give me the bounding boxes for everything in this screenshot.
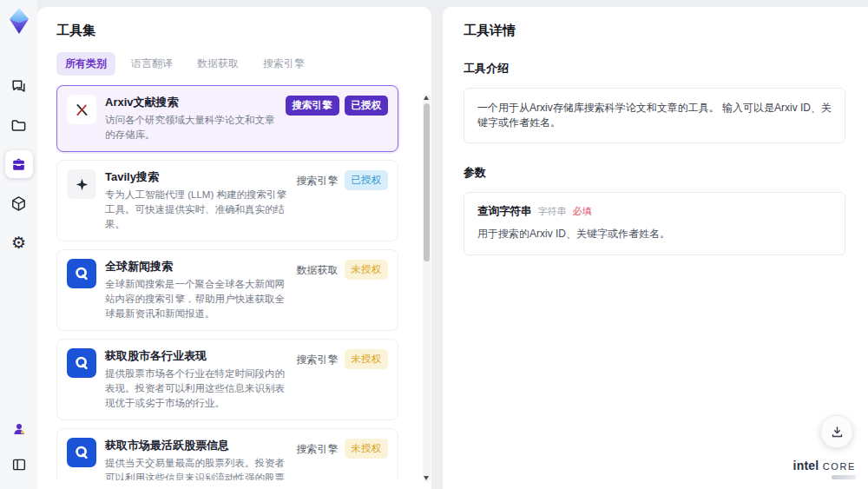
tool-card-2[interactable]: 全球新闻搜索 全球新闻搜索是一个聚合全球各大新闻网站内容的搜索引擎，帮助用户快速… (56, 249, 398, 331)
tool-description: 提供当天交易量最高的股票列表。投资者可以利用这些信息来识别流动性强的股票和潜在的… (105, 456, 293, 480)
user-avatar[interactable] (5, 415, 33, 443)
download-button[interactable] (820, 415, 853, 448)
sparkle-icon (67, 169, 96, 199)
collapse-panel-icon[interactable] (5, 451, 33, 479)
tool-title: Tavily搜索 (105, 169, 293, 184)
tab-1[interactable]: 语言翻译 (122, 52, 181, 76)
sidebar-nav: ⚙ (5, 72, 33, 256)
param-type: 字符串 (538, 205, 567, 218)
tool-category-badge: 搜索引擎 (296, 170, 339, 192)
tool-title: 全球新闻搜索 (105, 259, 293, 274)
scrollbar-thumb[interactable] (424, 103, 430, 261)
intro-heading: 工具介绍 (464, 61, 845, 76)
folder-icon[interactable] (5, 111, 33, 139)
tool-auth-badge: 未授权 (345, 349, 389, 369)
intel-core-logo: intel CORE (793, 458, 856, 479)
arxiv-icon (67, 95, 96, 124)
tool-card-1[interactable]: Tavily搜索 专为人工智能代理 (LLM) 构建的搜索引擎工具。可快速提供实… (56, 160, 398, 241)
tool-detail-panel: 工具详情 工具介绍 一个用于从Arxiv存储库搜索科学论文和文章的工具。 输入可… (443, 7, 868, 489)
tool-description: 访问各个研究领域大量科学论文和文章的存储库。 (105, 113, 282, 142)
tool-title: 获取股市各行业表现 (105, 348, 293, 363)
tab-3[interactable]: 搜索引擎 (254, 52, 313, 76)
package-icon[interactable] (5, 189, 33, 217)
tool-category-badge: 搜索引擎 (286, 96, 339, 116)
tool-title: Arxiv文献搜索 (105, 95, 282, 109)
tool-category-badge: 数据获取 (296, 260, 339, 281)
icon-sidebar: ⚙ (0, 0, 37, 489)
tool-auth-badge: 未授权 (345, 439, 389, 459)
q-news-icon (67, 348, 96, 378)
category-tabs: 所有类别语言翻译数据获取搜索引擎 (56, 52, 414, 76)
param-required-label: 必填 (573, 205, 592, 218)
tool-card-4[interactable]: 获取市场最活跃股票信息 提供当天交易量最高的股票列表。投资者可以利用这些信息来识… (56, 428, 398, 480)
toolbox-icon[interactable] (5, 150, 33, 178)
tool-auth-badge: 已授权 (345, 96, 389, 116)
scrollbar[interactable] (423, 94, 431, 482)
tool-title: 获取市场最活跃股票信息 (105, 438, 293, 453)
tool-list: Arxiv文献搜索 访问各个研究领域大量科学论文和文章的存储库。 搜索引擎 已授… (56, 85, 414, 480)
q-news-icon (67, 438, 96, 467)
download-icon (830, 425, 845, 439)
tool-auth-badge: 未授权 (345, 260, 389, 280)
intel-wordmark: intel (793, 459, 819, 472)
tool-category-badge: 搜索引擎 (296, 439, 339, 460)
q-news-icon (67, 259, 96, 288)
intel-ultra-bar (832, 475, 856, 479)
tool-description: 全球新闻搜索是一个聚合全球各大新闻网站内容的搜索引擎，帮助用户快速获取全球最新资… (105, 277, 293, 321)
intro-text: 一个用于从Arxiv存储库搜索科学论文和文章的工具。 输入可以是Arxiv ID… (464, 88, 845, 143)
tools-panel: 工具集 所有类别语言翻译数据获取搜索引擎 Arxiv文献搜索 访问各个研究领域大… (37, 7, 431, 489)
tools-panel-title: 工具集 (56, 23, 414, 39)
app-logo (8, 6, 30, 36)
tool-card-0[interactable]: Arxiv文献搜索 访问各个研究领域大量科学论文和文章的存储库。 搜索引擎 已授… (56, 85, 398, 152)
tab-0[interactable]: 所有类别 (56, 52, 115, 76)
param-description: 用于搜索的Arxiv ID、关键字或作者姓名。 (477, 227, 832, 241)
scroll-down-icon[interactable] (424, 476, 429, 480)
params-heading: 参数 (464, 165, 845, 181)
tool-description: 提供股票市场各个行业在特定时间段内的表现。投资者可以利用这些信息来识别表现优于或… (105, 367, 293, 411)
tab-2[interactable]: 数据获取 (188, 52, 247, 76)
tool-card-3[interactable]: 获取股市各行业表现 提供股票市场各个行业在特定时间段内的表现。投资者可以利用这些… (56, 339, 398, 420)
scroll-up-icon[interactable] (424, 96, 429, 100)
tool-description: 专为人工智能代理 (LLM) 构建的搜索引擎工具。可快速提供实时、准确和真实的结… (105, 188, 293, 232)
core-wordmark: CORE (823, 461, 856, 472)
tool-category-badge: 搜索引擎 (296, 349, 339, 371)
tool-auth-badge: 已授权 (345, 170, 389, 190)
param-name: 查询字符串 (477, 204, 532, 219)
detail-panel-title: 工具详情 (464, 23, 845, 39)
chat-icon[interactable] (5, 72, 33, 100)
settings-gear-icon[interactable]: ⚙ (5, 228, 33, 256)
parameter-item: 查询字符串 字符串 必填 用于搜索的Arxiv ID、关键字或作者姓名。 (464, 192, 845, 255)
